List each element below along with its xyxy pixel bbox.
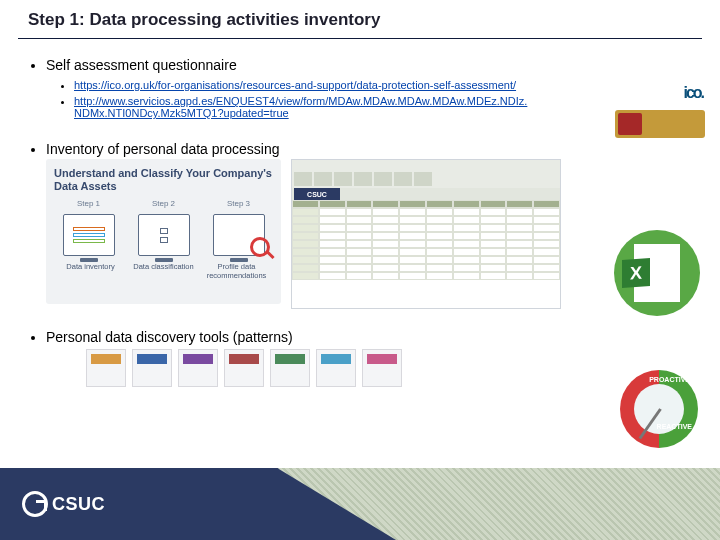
bullet-discovery: Personal data discovery tools (patterns) <box>46 329 690 387</box>
links-list: https://ico.org.uk/for-organisations/res… <box>74 79 690 119</box>
excel-x: X <box>622 258 650 288</box>
classify-card: Understand and Classify Your Company's D… <box>46 159 281 304</box>
monitor-icon <box>138 214 190 256</box>
step-label: Step 1 <box>54 199 123 208</box>
tool-icon <box>316 349 356 387</box>
tool-icon <box>86 349 126 387</box>
ico-text: ico. <box>683 84 703 102</box>
caption: Data classification <box>127 262 200 280</box>
bullet-list: Self assessment questionnaire https://ic… <box>30 57 690 387</box>
dial-label-proactive: PROACTIVE <box>649 376 690 383</box>
inventory-graphics: Understand and Classify Your Company's D… <box>46 159 690 309</box>
step-labels: Step 1 Step 2 Step 3 <box>54 199 273 208</box>
csuc-mini-logo: CSUC <box>294 188 340 200</box>
monitor-icon <box>63 214 115 256</box>
sidebar-badges: ico. <box>615 82 705 138</box>
agpd-facilita-logo <box>615 110 705 138</box>
list-item: http://www.servicios.agpd.es/ENQUEST4/vi… <box>74 95 534 119</box>
caption: Data inventory <box>54 262 127 280</box>
bullet-text: Personal data discovery tools (patterns) <box>46 329 293 345</box>
proactive-reactive-dial: PROACTIVE REACTIVE <box>620 370 698 448</box>
screens <box>54 214 273 256</box>
tool-icon <box>132 349 172 387</box>
bullet-self-assessment: Self assessment questionnaire https://ic… <box>46 57 690 119</box>
tool-icon <box>270 349 310 387</box>
tool-icon <box>362 349 402 387</box>
csuc-text: CSUC <box>52 494 105 515</box>
bullet-inventory: Inventory of personal data processing Un… <box>46 141 690 309</box>
spreadsheet-thumbnail: CSUC <box>291 159 561 309</box>
footer-inner: CSUC <box>0 468 396 540</box>
step-label: Step 2 <box>129 199 198 208</box>
footer-band: CSUC <box>0 468 720 540</box>
magnifier-icon <box>250 237 270 257</box>
slide-content: Self assessment questionnaire https://ic… <box>0 39 720 387</box>
ico-logo: ico. <box>681 82 705 104</box>
link-ico[interactable]: https://ico.org.uk/for-organisations/res… <box>74 79 516 91</box>
captions: Data inventory Data classification Profi… <box>54 262 273 280</box>
spreadsheet-titlebar: CSUC <box>292 188 560 200</box>
bullet-text: Self assessment questionnaire <box>46 57 237 73</box>
monitor-icon <box>213 214 265 256</box>
caption: Profile data recommendations <box>200 262 273 280</box>
excel-sheet: X <box>634 244 680 302</box>
excel-icon: X <box>614 230 700 316</box>
spreadsheet-ribbon <box>292 160 560 188</box>
bullet-text: Inventory of personal data processing <box>46 141 279 157</box>
dial-label-reactive: REACTIVE <box>657 423 692 430</box>
step-label: Step 3 <box>204 199 273 208</box>
list-item: https://ico.org.uk/for-organisations/res… <box>74 79 534 91</box>
tool-icon <box>178 349 218 387</box>
classify-heading: Understand and Classify Your Company's D… <box>54 167 273 193</box>
page-title: Step 1: Data processing activities inven… <box>28 10 720 30</box>
csuc-mark-icon <box>22 491 48 517</box>
csuc-logo: CSUC <box>22 491 105 517</box>
tool-icons-row <box>86 349 690 387</box>
tool-icon <box>224 349 264 387</box>
link-agpd[interactable]: http://www.servicios.agpd.es/ENQUEST4/vi… <box>74 95 527 119</box>
spreadsheet-grid <box>292 200 560 280</box>
